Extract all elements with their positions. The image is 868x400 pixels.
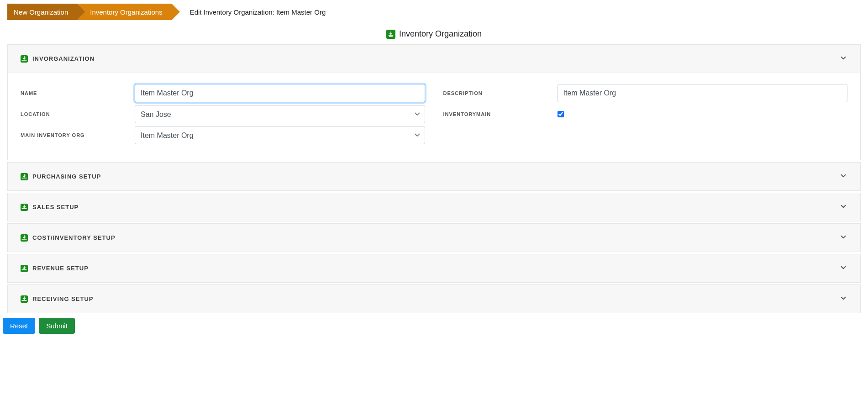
label-description: DESCRIPTION [443,90,558,96]
panel-body-invorganization: NAME LOCATION San Jose MAIN INVENTORY OR… [8,73,860,160]
panel-title: RECEIVING SETUP [32,295,93,302]
chevron-down-icon [839,202,847,212]
panel-invorganization: INVORGANIZATION NAME LOCATION San Jose [7,44,861,160]
breadcrumb-label: Inventory Organizations [90,8,162,16]
panel-header-revenue[interactable]: REVENUE SETUP [8,254,860,282]
chevron-down-icon [839,54,847,63]
inventory-icon [21,295,28,303]
panel-title: COST/INVENTORY SETUP [32,234,116,241]
chevron-down-icon [839,172,847,181]
breadcrumb-inventory-organizations[interactable]: Inventory Organizations [77,4,171,20]
inventory-icon [21,55,28,63]
label-main-inventory-org: MAIN INVENTORY ORG [21,132,135,138]
panel-revenue-setup: REVENUE SETUP [7,254,861,283]
chevron-down-icon [839,233,847,242]
inventory-icon [21,265,28,272]
panel-title: INVORGANIZATION [32,55,95,62]
label-location: LOCATION [21,111,135,117]
panels-container: INVORGANIZATION NAME LOCATION San Jose [0,44,868,313]
breadcrumb-current: Edit Inventory Organization: Item Master… [172,8,326,16]
name-input[interactable] [135,84,425,102]
inventorymain-checkbox[interactable] [558,111,564,117]
chevron-down-icon [839,294,847,304]
panel-header-invorganization[interactable]: INVORGANIZATION [8,45,860,73]
panel-header-cost-inventory[interactable]: COST/INVENTORY SETUP [8,224,860,252]
description-input[interactable] [558,84,848,102]
reset-button[interactable]: Reset [3,318,35,334]
inventory-icon [386,30,395,39]
page-title-wrap: Inventory Organization [0,29,868,39]
main-inventory-org-select[interactable]: Item Master Org [135,126,425,144]
submit-button[interactable]: Submit [39,318,75,334]
inventory-icon [21,234,28,242]
panel-receiving-setup: RECEIVING SETUP [7,284,861,313]
breadcrumb: New Organization Inventory Organizations… [0,4,868,20]
form-actions: Reset Submit [0,315,868,337]
chevron-down-icon [839,263,847,273]
inventory-icon [21,204,28,211]
label-name: NAME [21,90,135,96]
panel-title: PURCHASING SETUP [32,173,101,180]
panel-header-receiving[interactable]: RECEIVING SETUP [8,285,860,313]
page-title: Inventory Organization [399,29,482,39]
panel-title: SALES SETUP [32,204,79,211]
panel-header-purchasing[interactable]: PURCHASING SETUP [8,163,860,190]
inventory-icon [21,173,28,180]
breadcrumb-current-label: Edit Inventory Organization: Item Master… [190,8,326,16]
panel-sales-setup: SALES SETUP [7,193,861,221]
label-inventorymain: INVENTORYMAIN [443,111,558,117]
panel-cost-inventory-setup: COST/INVENTORY SETUP [7,223,861,252]
breadcrumb-new-organization[interactable]: New Organization [7,4,77,20]
breadcrumb-label: New Organization [14,8,68,16]
panel-purchasing-setup: PURCHASING SETUP [7,162,861,191]
panel-title: REVENUE SETUP [32,265,89,272]
panel-header-sales[interactable]: SALES SETUP [8,193,860,221]
location-select[interactable]: San Jose [135,105,425,123]
